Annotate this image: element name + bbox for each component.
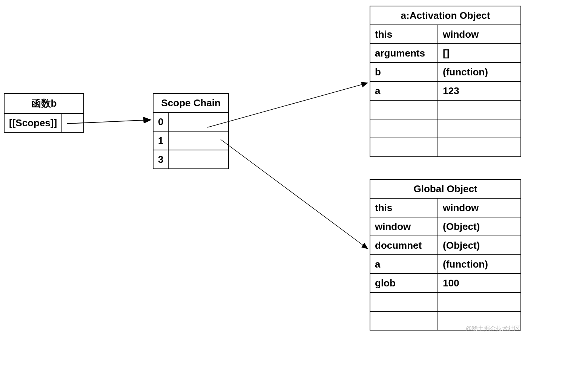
ao-value bbox=[438, 119, 521, 138]
arrow-chain1-to-go bbox=[221, 139, 368, 249]
scope-chain-row: 0 bbox=[153, 112, 229, 131]
ao-value: (function) bbox=[438, 63, 521, 81]
table-row: documnet (Object) bbox=[370, 236, 521, 255]
go-key: window bbox=[370, 217, 438, 236]
table-row bbox=[370, 138, 521, 157]
function-b-table: 函数b [[Scopes]] bbox=[4, 93, 84, 133]
scopes-pointer-cell bbox=[62, 113, 84, 132]
go-key: this bbox=[370, 198, 438, 217]
go-value: (Object) bbox=[438, 236, 521, 255]
go-value: 100 bbox=[438, 274, 521, 292]
ao-value bbox=[438, 100, 521, 119]
go-value bbox=[438, 292, 521, 311]
scope-chain-index: 0 bbox=[153, 112, 168, 131]
global-object-table: Global Object this window window (Object… bbox=[370, 179, 521, 331]
ao-value: [] bbox=[438, 44, 521, 63]
table-row bbox=[370, 292, 521, 311]
table-row: a (function) bbox=[370, 255, 521, 274]
table-row: a 123 bbox=[370, 81, 521, 100]
ao-key: b bbox=[370, 63, 438, 81]
scope-chain-pointer bbox=[168, 112, 229, 131]
go-key: documnet bbox=[370, 236, 438, 255]
table-row: glob 100 bbox=[370, 274, 521, 292]
table-row bbox=[370, 119, 521, 138]
scopes-label: [[Scopes]] bbox=[4, 113, 62, 132]
go-value: (function) bbox=[438, 255, 521, 274]
table-row: b (function) bbox=[370, 63, 521, 81]
ao-key bbox=[370, 138, 438, 157]
ao-key bbox=[370, 100, 438, 119]
scope-chain-table: Scope Chain 0 1 3 bbox=[153, 93, 229, 169]
go-value: window bbox=[438, 198, 521, 217]
ao-value: 123 bbox=[438, 81, 521, 100]
arrow-chain0-to-ao bbox=[207, 83, 368, 127]
scope-chain-pointer bbox=[168, 131, 229, 150]
ao-value bbox=[438, 138, 521, 157]
table-row: window (Object) bbox=[370, 217, 521, 236]
go-key: glob bbox=[370, 274, 438, 292]
function-b-title: 函数b bbox=[4, 93, 84, 113]
ao-value: window bbox=[438, 25, 521, 44]
scope-chain-index: 1 bbox=[153, 131, 168, 150]
scope-chain-row: 1 bbox=[153, 131, 229, 150]
global-object-title: Global Object bbox=[370, 179, 521, 198]
go-key bbox=[370, 292, 438, 311]
scope-chain-title: Scope Chain bbox=[153, 93, 229, 112]
go-key: a bbox=[370, 255, 438, 274]
scope-chain-index: 3 bbox=[153, 150, 168, 169]
ao-key: a bbox=[370, 81, 438, 100]
ao-key: arguments bbox=[370, 44, 438, 63]
ao-key bbox=[370, 119, 438, 138]
ao-key: this bbox=[370, 25, 438, 44]
table-row: this window bbox=[370, 198, 521, 217]
table-row: arguments [] bbox=[370, 44, 521, 63]
activation-object-table: a:Activation Object this window argument… bbox=[370, 6, 521, 157]
table-row: this window bbox=[370, 25, 521, 44]
scope-chain-row: 3 bbox=[153, 150, 229, 169]
activation-object-title: a:Activation Object bbox=[370, 6, 521, 25]
table-row bbox=[370, 100, 521, 119]
scope-chain-pointer bbox=[168, 150, 229, 169]
watermark-text: @稀土掘金技术社区 bbox=[466, 325, 520, 333]
go-value: (Object) bbox=[438, 217, 521, 236]
go-key bbox=[370, 311, 438, 330]
